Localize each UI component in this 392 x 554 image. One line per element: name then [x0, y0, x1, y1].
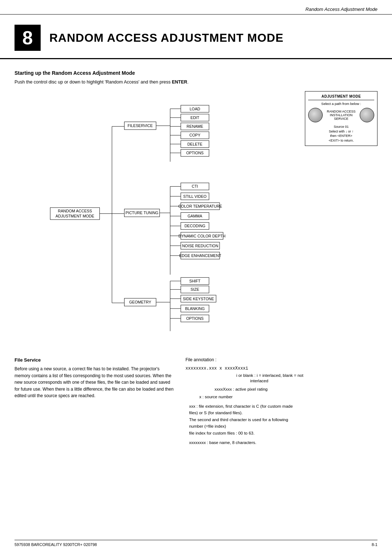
svg-text:DELETE: DELETE: [187, 142, 203, 146]
svg-text:BLANKING: BLANKING: [185, 306, 205, 311]
annot-source: x : source number: [189, 394, 377, 399]
fs-left: File Service Before using a new source, …: [15, 357, 175, 446]
annot-i-blank-label: i or blank : i = interlaced, blank = not…: [236, 373, 303, 383]
svg-text:SIDE KEYSTONE: SIDE KEYSTONE: [183, 297, 214, 301]
root-node-text: RANDOM ACCESS: [58, 209, 92, 213]
adj-exit-text: <EXIT> to return.: [308, 138, 374, 143]
svg-text:FILESERVICE: FILESERVICE: [128, 123, 153, 128]
fs-right: File annotation : xxxxxxxx.xxx x xxxxXxx…: [185, 357, 377, 446]
footer-left: 5975938 BARCOREALITY 9200TCR+ 020798: [15, 542, 97, 547]
svg-text:GAMMA: GAMMA: [188, 214, 203, 218]
svg-text:DYNAMIC COLOR DEPTH: DYNAMIC COLOR DEPTH: [179, 234, 225, 238]
annot-i-blank: i or blank : i = interlaced, blank = not…: [189, 372, 377, 383]
content-area: Starting up the Random Access Adjustment…: [0, 70, 392, 446]
root-node-text2: ADJUSTMENT MODE: [56, 214, 94, 218]
footer-right: 8-1: [372, 542, 377, 547]
annot-pixel: xxxxXxxx : active pixel rating: [189, 386, 377, 392]
intro-text: Push the control disc up or down to high…: [15, 80, 377, 85]
adj-circle-right: [360, 108, 374, 122]
adj-panel-circle-row: RANDOM ACCESS INSTALLATION SERVICE: [308, 108, 374, 122]
svg-text:LOAD: LOAD: [189, 107, 200, 111]
header-title: Random Access Adjustment Mode: [306, 7, 377, 12]
svg-text:PICTURE TUNING: PICTURE TUNING: [126, 211, 159, 215]
annot-code-line: xxxxxxxx.xxx x xxxxXxxxi: [185, 366, 377, 371]
annot-pixel-text: xxxxXxxx : active pixel rating: [215, 386, 268, 392]
adj-select-text: Select with ↓ or ↑: [308, 129, 374, 134]
adj-panel-source: Source 01 Select with ↓ or ↑ then <ENTER…: [308, 125, 374, 143]
intro-enter-bold: ENTER: [172, 80, 187, 85]
adj-circle-left: [308, 108, 323, 122]
svg-text:STILL VIDEO: STILL VIDEO: [183, 194, 207, 199]
menu-tree: .node-text { font-family: Arial, sans-se…: [15, 91, 298, 346]
adj-menu-item-2: INSTALLATION: [324, 113, 358, 117]
fs-heading: File Service: [15, 357, 175, 363]
svg-text:CTI: CTI: [192, 184, 198, 188]
fs-body: Before using a new source, a correct fil…: [15, 366, 175, 399]
annotation-lines-container: i or blank : i = interlaced, blank = not…: [189, 372, 377, 446]
svg-text:COLOR TEMPERATURE: COLOR TEMPERATURE: [178, 204, 222, 208]
adj-then-enter: then <ENTER>: [308, 134, 374, 138]
diagram-row: .node-text { font-family: Arial, sans-se…: [15, 91, 377, 346]
svg-text:SIZE: SIZE: [191, 287, 199, 292]
fs-annotation-label: File annotation :: [185, 357, 377, 362]
annot-source-text: x : source number: [199, 394, 233, 399]
svg-text:COPY: COPY: [189, 133, 200, 137]
chapter-block: 8 RANDOM ACCESS ADJUSTMENT MODE: [0, 15, 392, 59]
adj-panel-subtitle: Select a path from below :: [308, 102, 374, 106]
svg-text:NOISE REDUCTION: NOISE REDUCTION: [182, 244, 219, 248]
svg-text:OPTIONS: OPTIONS: [186, 316, 204, 321]
adjustment-mode-panel: ADJUSTMENT MODE Select a path from below…: [305, 91, 377, 146]
adj-source-label: Source 01: [308, 125, 374, 129]
tree-diagram-svg: .node-text { font-family: Arial, sans-se…: [15, 91, 298, 345]
file-service-section: File Service Before using a new source, …: [15, 357, 377, 446]
annot-extension: xxx : file extension, first character is…: [189, 403, 377, 436]
svg-text:GEOMETRY: GEOMETRY: [129, 300, 151, 304]
annot-i-blank-text: i or blank : i = interlaced, blank = not…: [236, 372, 303, 383]
chapter-number: 8: [15, 25, 41, 51]
svg-text:EDIT: EDIT: [191, 115, 200, 120]
annot-source-label: x : source number: [199, 395, 233, 399]
intro-text-before: Push the control disc up or down to high…: [15, 80, 172, 85]
adj-panel-title: ADJUSTMENT MODE: [308, 94, 374, 100]
svg-text:OPTIONS: OPTIONS: [186, 151, 204, 155]
chapter-title: RANDOM ACCESS ADJUSTMENT MODE: [49, 31, 283, 45]
adj-panel-menu: RANDOM ACCESS INSTALLATION SERVICE: [323, 110, 360, 121]
intro-text-after: .: [187, 80, 188, 85]
page-footer: 5975938 BARCOREALITY 9200TCR+ 020798 8-1: [15, 540, 377, 547]
svg-text:SHIFT: SHIFT: [189, 279, 201, 283]
svg-text:RENAME: RENAME: [187, 124, 203, 129]
svg-text:EDGE ENHANCEMENT: EDGE ENHANCEMENT: [179, 253, 221, 258]
annot-pixel-label: xxxxXxxx : active pixel rating: [215, 387, 268, 391]
section-heading: Starting up the Random Access Adjustment…: [15, 70, 377, 76]
annotation-block: xxxxxxxx.xxx x xxxxXxxxi i or blank : i …: [185, 366, 377, 446]
svg-text:DECODING: DECODING: [184, 224, 205, 228]
page-header: Random Access Adjustment Mode: [0, 0, 392, 15]
adj-menu-item-3: SERVICE: [324, 117, 358, 121]
annot-basename: xxxxxxxx : base name, 8 characters.: [189, 439, 377, 446]
adj-menu-item-1: RANDOM ACCESS: [324, 110, 358, 113]
